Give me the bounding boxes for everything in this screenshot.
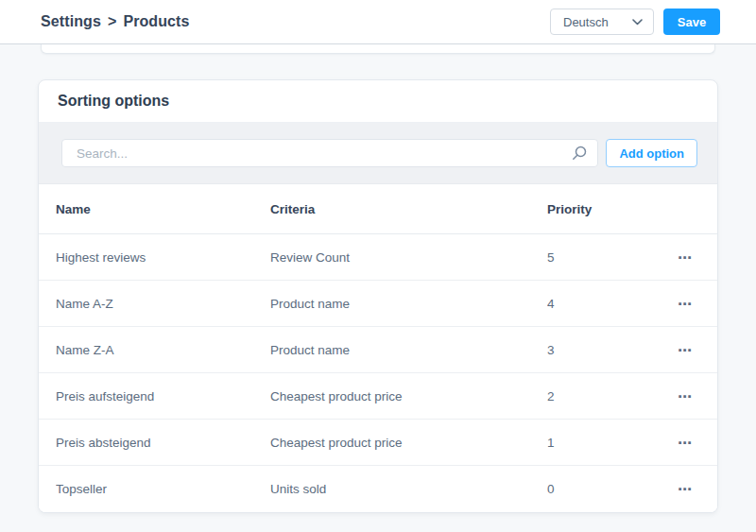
breadcrumb: Settings > Products xyxy=(41,13,190,30)
table-row: Name A-ZProduct name4⋯ xyxy=(39,281,717,327)
row-name: Name A-Z xyxy=(56,297,270,311)
top-header: Settings > Products Deutsch Save xyxy=(0,0,756,44)
row-criteria: Units sold xyxy=(270,482,547,496)
language-select-value: Deutsch xyxy=(563,15,609,29)
language-select[interactable]: Deutsch xyxy=(550,9,654,35)
ellipsis-icon: ⋯ xyxy=(678,342,693,358)
row-criteria: Product name xyxy=(270,297,547,311)
card-header: Sorting options xyxy=(39,80,717,123)
table-row: Highest reviewsReview Count5⋯ xyxy=(39,234,717,281)
search-input[interactable] xyxy=(61,139,598,167)
save-button[interactable]: Save xyxy=(663,9,720,35)
row-priority: 1 xyxy=(547,436,642,450)
ellipsis-icon: ⋯ xyxy=(678,249,693,266)
chevron-down-icon xyxy=(632,19,643,26)
header-actions: Deutsch Save xyxy=(550,9,720,35)
row-priority: 0 xyxy=(547,482,642,496)
row-context-menu-button[interactable]: ⋯ xyxy=(676,432,695,454)
row-criteria: Cheapest product price xyxy=(270,436,547,450)
table-toolbar: Add option xyxy=(39,123,717,184)
table-row: Preis absteigendCheapest product price1⋯ xyxy=(39,420,717,466)
breadcrumb-item-settings[interactable]: Settings xyxy=(41,13,101,30)
row-priority: 4 xyxy=(547,297,642,311)
row-context-menu-button[interactable]: ⋯ xyxy=(676,386,695,407)
sorting-options-card: Sorting options Add option Name Criteria… xyxy=(38,79,718,513)
partial-card-bottom xyxy=(41,44,715,54)
add-option-button[interactable]: Add option xyxy=(606,139,697,167)
row-name: Topseller xyxy=(56,482,270,496)
table-body: Highest reviewsReview Count5⋯Name A-ZPro… xyxy=(39,234,717,512)
row-name: Preis aufsteigend xyxy=(56,389,270,403)
row-priority: 5 xyxy=(547,250,642,265)
search-icon xyxy=(572,146,587,161)
card-title: Sorting options xyxy=(58,93,169,110)
column-header-name: Name xyxy=(56,202,270,216)
row-criteria: Review Count xyxy=(270,250,547,265)
row-context-menu-button[interactable]: ⋯ xyxy=(676,478,695,500)
row-context-menu-button[interactable]: ⋯ xyxy=(676,339,695,361)
breadcrumb-separator: > xyxy=(108,13,116,30)
ellipsis-icon: ⋯ xyxy=(678,388,693,404)
row-context-menu-button[interactable]: ⋯ xyxy=(676,293,695,315)
ellipsis-icon: ⋯ xyxy=(678,481,693,497)
table-row: TopsellerUnits sold0⋯ xyxy=(39,466,717,512)
table-row: Name Z-AProduct name3⋯ xyxy=(39,327,717,373)
ellipsis-icon: ⋯ xyxy=(678,296,693,312)
row-priority: 3 xyxy=(547,343,642,357)
row-name: Preis absteigend xyxy=(56,436,270,450)
table-row: Preis aufsteigendCheapest product price2… xyxy=(39,373,717,420)
table-header-row: Name Criteria Priority xyxy=(39,184,717,234)
search-field-wrapper xyxy=(61,139,598,167)
ellipsis-icon: ⋯ xyxy=(678,435,693,451)
row-name: Highest reviews xyxy=(56,250,270,265)
row-context-menu-button[interactable]: ⋯ xyxy=(676,247,695,268)
row-criteria: Cheapest product price xyxy=(270,389,547,403)
row-criteria: Product name xyxy=(270,343,547,357)
column-header-priority: Priority xyxy=(547,202,642,216)
row-name: Name Z-A xyxy=(56,343,270,357)
sorting-options-table: Name Criteria Priority Highest reviewsRe… xyxy=(39,184,717,512)
column-header-criteria: Criteria xyxy=(270,202,547,216)
row-priority: 2 xyxy=(547,389,642,403)
breadcrumb-item-products: Products xyxy=(123,13,189,30)
